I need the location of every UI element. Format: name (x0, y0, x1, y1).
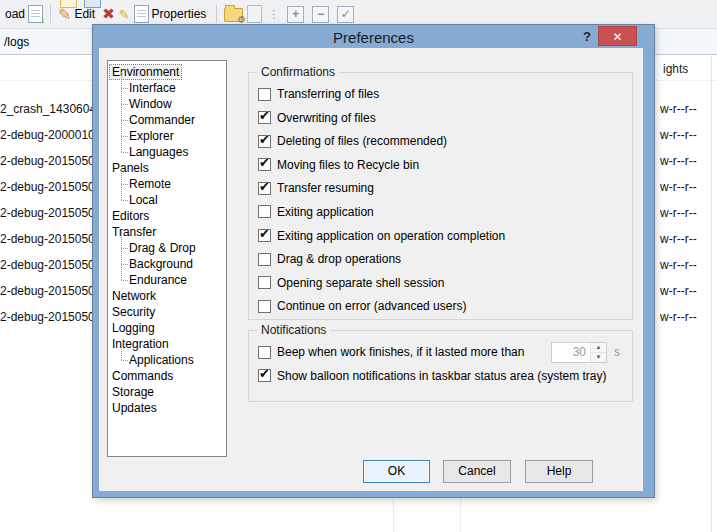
dialog-titlebar[interactable]: Preferences ? ✕ (93, 25, 654, 48)
tree-item-explorer[interactable]: Explorer (108, 128, 226, 144)
checkbox-box[interactable]: ✔ (258, 111, 271, 124)
tree-item-window[interactable]: Window (108, 96, 226, 112)
tree-item-drag-drop[interactable]: Drag & Drop (108, 240, 226, 256)
tree-item-label: Remote (129, 177, 171, 191)
tree-item-panels[interactable]: Panels (108, 160, 226, 176)
file-row-rights[interactable]: w-r--r-- (660, 304, 712, 330)
toolbar-delete-button[interactable]: ✖ (102, 5, 115, 23)
checkbox-deleting-of-files-recommended[interactable]: ✔Deleting of files (recommended) (258, 133, 620, 149)
close-button[interactable]: ✕ (598, 26, 637, 46)
tree-item-storage[interactable]: Storage (108, 384, 226, 400)
file-row-rights[interactable]: w-r--r-- (660, 96, 712, 122)
help-button[interactable]: Help (525, 460, 593, 483)
checkbox-box[interactable] (258, 253, 271, 266)
tree-item-updates[interactable]: Updates (108, 400, 226, 416)
checkbox-box[interactable]: ✔ (258, 229, 271, 242)
checkbox-box[interactable] (258, 300, 271, 313)
tree-connector-icon (115, 80, 129, 96)
checkbox-box[interactable] (258, 205, 271, 218)
tree-item-network[interactable]: Network (108, 288, 226, 304)
beep-duration-spinner[interactable]: 30 ▲ ▼ (551, 342, 607, 363)
check-mark-icon: ✔ (259, 366, 270, 381)
checkbox-transferring-of-files[interactable]: Transferring of files (258, 86, 620, 102)
toolbar-collapse-button[interactable]: − (310, 6, 331, 23)
spinner-down-icon[interactable]: ▼ (591, 353, 606, 362)
file-row-rights[interactable]: w-r--r-- (660, 122, 712, 148)
help-titlebar-button[interactable]: ? (577, 27, 597, 46)
file-row-name[interactable]: 2-debug-2015050 (0, 304, 93, 330)
checkbox-box[interactable]: ✔ (258, 369, 271, 382)
column-header-rights[interactable]: ights (663, 62, 688, 76)
toolbar-properties-button[interactable]: Properties (134, 5, 210, 23)
checkbox-box[interactable]: ✔ (258, 182, 271, 195)
checkbox-overwriting-of-files[interactable]: ✔Overwriting of files (258, 110, 620, 126)
tree-item-transfer[interactable]: Transfer (108, 224, 226, 240)
checkbox-box[interactable] (258, 276, 271, 289)
checkbox-drag-drop-operations[interactable]: Drag & drop operations (258, 251, 620, 267)
cancel-button[interactable]: Cancel (443, 460, 511, 483)
checkbox-beep-when-work-finishes[interactable]: Beep when work finishes, if it lasted mo… (258, 344, 620, 360)
checkbox-label: Beep when work finishes, if it lasted mo… (277, 345, 524, 359)
copy-page-icon (247, 5, 262, 23)
file-row-rights[interactable]: w-r--r-- (660, 148, 712, 174)
file-row-rights[interactable]: w-r--r-- (660, 278, 712, 304)
checkbox-label: Transfer resuming (277, 181, 374, 195)
file-row-name[interactable]: 2-debug-2015050 (0, 252, 93, 278)
checkbox-transfer-resuming[interactable]: ✔Transfer resuming (258, 180, 620, 196)
toolbar-separator (50, 5, 51, 23)
file-row-rights[interactable]: w-r--r-- (660, 174, 712, 200)
tree-item-label: Local (129, 193, 158, 207)
file-row-name[interactable]: 2-debug-2015050 (0, 174, 93, 200)
tree-item-applications[interactable]: Applications (108, 352, 226, 368)
tree-item-commander[interactable]: Commander (108, 112, 226, 128)
confirmations-list: Transferring of files✔Overwriting of fil… (249, 73, 632, 314)
checkbox-box[interactable] (258, 346, 271, 359)
toolbar-expand-button[interactable]: + (285, 6, 306, 23)
tree-item-security[interactable]: Security (108, 304, 226, 320)
preferences-dialog: Preferences ? ✕ EnvironmentInterfaceWind… (93, 25, 654, 497)
tree-item-languages[interactable]: Languages (108, 144, 226, 160)
check-mark-icon: ✔ (259, 155, 270, 170)
file-row-name[interactable]: 2-debug-2000010 (0, 122, 93, 148)
tree-item-interface[interactable]: Interface (108, 80, 226, 96)
ok-button[interactable]: OK (363, 460, 430, 483)
tree-item-commands[interactable]: Commands (108, 368, 226, 384)
file-row-name[interactable]: 2-debug-2015050 (0, 200, 93, 226)
checkbox-show-balloon-notifications[interactable]: ✔ Show balloon notifications in taskbar … (258, 368, 620, 384)
file-row-name[interactable]: 2_crash_14306044 (0, 96, 93, 122)
checkbox-box[interactable] (258, 88, 271, 101)
toolbar-rename-button[interactable]: ✎ (119, 7, 130, 22)
toolbar-folder-options-button[interactable]: ⚙ (224, 6, 243, 22)
toolbar-download-button[interactable]: oad ↓ (2, 5, 43, 23)
toolbar-select-button[interactable]: ✓ (335, 6, 356, 23)
tree-item-integration[interactable]: Integration (108, 336, 226, 352)
tree-connector-icon (115, 128, 129, 144)
checkbox-continue-on-error-advanced-users[interactable]: Continue on error (advanced users) (258, 298, 620, 314)
checkbox-box[interactable]: ✔ (258, 135, 271, 148)
tree-item-remote[interactable]: Remote (108, 176, 226, 192)
spinner-up-icon[interactable]: ▲ (591, 343, 606, 353)
checkbox-opening-separate-shell-session[interactable]: Opening separate shell session (258, 275, 620, 291)
file-row-rights[interactable]: w-r--r-- (660, 200, 712, 226)
file-row-rights[interactable]: w-r--r-- (660, 252, 712, 278)
settings-tree: EnvironmentInterfaceWindowCommanderExplo… (107, 60, 227, 457)
minus-square-icon: − (312, 6, 329, 23)
checkbox-moving-files-to-recycle-bin[interactable]: ✔Moving files to Recycle bin (258, 157, 620, 173)
tree-item-local[interactable]: Local (108, 192, 226, 208)
checkbox-exiting-application-on-operation-completion[interactable]: ✔Exiting application on operation comple… (258, 228, 620, 244)
tree-item-editors[interactable]: Editors (108, 208, 226, 224)
file-row-name[interactable]: 2-debug-2015050 (0, 278, 93, 304)
file-row-name[interactable]: 2-debug-2015050 (0, 226, 93, 252)
checkbox-label: Deleting of files (recommended) (277, 134, 447, 148)
tree-item-logging[interactable]: Logging (108, 320, 226, 336)
checkbox-exiting-application[interactable]: Exiting application (258, 204, 620, 220)
file-row-name[interactable]: 2-debug-2015050 (0, 148, 93, 174)
file-rights-column: w-r--r--w-r--r--w-r--r--w-r--r--w-r--r--… (660, 96, 712, 330)
checkbox-box[interactable]: ✔ (258, 158, 271, 171)
tree-item-endurance[interactable]: Endurance (108, 272, 226, 288)
tree-item-environment[interactable]: Environment (108, 64, 226, 80)
tree-item-label: Window (129, 97, 172, 111)
file-row-rights[interactable]: w-r--r-- (660, 226, 712, 252)
tree-item-background[interactable]: Background (108, 256, 226, 272)
toolbar-copy-button[interactable] (247, 5, 262, 23)
